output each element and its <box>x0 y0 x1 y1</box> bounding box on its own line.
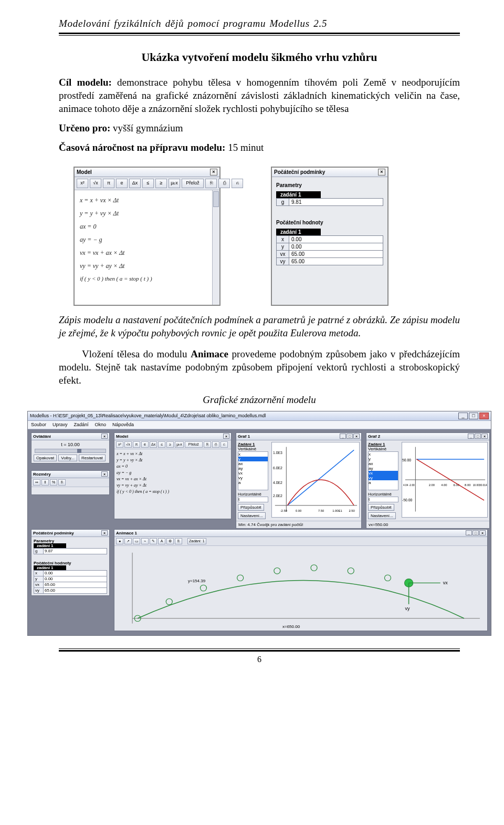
close-icon[interactable]: × <box>101 530 108 535</box>
cond-tab-1[interactable]: zadání 1 <box>276 191 321 198</box>
tool-btn[interactable]: ⌁ <box>141 538 149 544</box>
list-item[interactable]: vx <box>238 471 268 476</box>
btn-fit[interactable]: Přizpůsobit <box>368 504 394 511</box>
minimize-icon[interactable]: _ <box>458 412 468 419</box>
list-item[interactable]: y <box>238 457 268 461</box>
btn-repeat[interactable]: Opakovat <box>34 455 57 461</box>
tool-ge[interactable]: ≥ <box>155 179 167 188</box>
tool-translate[interactable]: Přelož <box>185 441 203 448</box>
list-item[interactable]: ax <box>238 461 268 466</box>
graf2-varlist[interactable]: x y ax ay vx vy a <box>368 451 398 490</box>
minimize-icon[interactable]: _ <box>468 434 474 439</box>
window-cond-titlebar[interactable]: Počáteční podmínky × <box>272 168 387 177</box>
tool-btn[interactable]: ≤ <box>158 441 165 448</box>
btn-settings[interactable]: Nastavení... <box>238 512 266 519</box>
tool-e[interactable]: e <box>116 179 128 188</box>
tool-btn[interactable]: ↗ <box>124 538 132 544</box>
tool-btn[interactable]: ≥ <box>166 441 174 448</box>
list-item[interactable]: ay <box>238 466 268 471</box>
maximize-icon[interactable]: □ <box>469 412 478 419</box>
param-value[interactable]: 9.81 <box>289 199 383 206</box>
tool-btn[interactable]: e <box>141 441 149 448</box>
maximize-icon[interactable]: □ <box>346 434 353 439</box>
time-slider[interactable] <box>35 449 106 453</box>
cond-tab-2[interactable]: zadání 1 <box>276 229 321 235</box>
close-icon[interactable]: × <box>479 530 486 535</box>
list-item[interactable]: vy <box>369 476 398 480</box>
tool-btn[interactable]: ⎙ <box>212 441 219 448</box>
app-titlebar[interactable]: Modellus - H:\ESF_projekt_05_13\Realisac… <box>28 411 491 421</box>
label-goal: Cíl modelu: <box>59 77 117 88</box>
menu-item[interactable]: Nápověda <box>112 422 134 427</box>
tool-btn[interactable]: x² <box>116 441 123 448</box>
tool-btn[interactable]: ⎘ <box>204 441 211 448</box>
maximize-icon[interactable]: □ <box>472 530 479 535</box>
tool-erase[interactable]: ⎌ <box>232 179 243 188</box>
btn-fit[interactable]: Přizpůsobit <box>238 504 264 511</box>
tool-h[interactable]: ⇔ <box>33 479 40 486</box>
tool-btn[interactable]: π <box>133 441 140 448</box>
animace-canvas[interactable]: vx vy y=154.39 x=650.00 <box>114 546 487 630</box>
tool-delta[interactable]: Δx <box>129 179 141 188</box>
scrollbar[interactable] <box>212 190 219 305</box>
btn-options[interactable]: Volby... <box>58 455 77 461</box>
close-icon[interactable]: × <box>101 434 108 439</box>
menu-item[interactable]: Upravy <box>52 422 68 427</box>
menu-item[interactable]: Soubor <box>31 422 46 427</box>
graf1-hvar[interactable]: t <box>238 497 268 502</box>
list-item[interactable]: x <box>238 452 268 457</box>
tool-btn[interactable]: A <box>158 538 165 544</box>
footer-rule <box>59 648 460 652</box>
list-item[interactable]: y <box>369 457 398 461</box>
close-icon[interactable]: × <box>101 471 108 477</box>
tool-paste[interactable]: ⎙ <box>218 179 230 188</box>
tool-btn[interactable]: ⚙ <box>166 538 174 544</box>
tool-pi[interactable]: π <box>103 179 114 188</box>
tool-btn[interactable]: √x <box>124 441 132 448</box>
menu-item[interactable]: Zadání <box>74 422 89 427</box>
tool-copy[interactable]: ⎘ <box>205 179 217 188</box>
minimize-icon[interactable]: _ <box>466 530 472 535</box>
list-item[interactable]: vy <box>238 476 268 480</box>
close-icon[interactable]: × <box>378 169 385 176</box>
tool-btn[interactable]: ✎ <box>150 538 157 544</box>
svg-point-28 <box>200 585 206 591</box>
tool-v[interactable]: ⇕ <box>41 479 49 486</box>
list-item[interactable]: vx <box>369 471 398 476</box>
tool-le[interactable]: ≤ <box>142 179 154 188</box>
tool-btn[interactable]: ● <box>116 538 123 544</box>
minimize-icon[interactable]: _ <box>340 434 346 439</box>
btn-restart[interactable]: Restartovat <box>79 455 106 461</box>
graf1-varlist[interactable]: x y ax ay vx vy a <box>238 451 268 490</box>
initcond-tab[interactable]: zadání 1 <box>34 543 66 548</box>
list-item[interactable]: ay <box>369 466 398 471</box>
initcond-tab2[interactable]: zadání 1 <box>34 565 66 570</box>
tool-copy[interactable]: ⎘ <box>58 479 66 486</box>
window-model-titlebar[interactable]: Model × <box>75 168 219 177</box>
close-icon[interactable]: × <box>223 434 229 439</box>
graf2-hvar[interactable]: t <box>368 497 398 502</box>
tool-pct[interactable]: % <box>50 479 57 486</box>
paragraph-caption-1: Zápis modelu a nastavení počátečních pod… <box>59 313 460 339</box>
tool-btn[interactable]: ▭ <box>133 538 140 544</box>
tool-mu0[interactable]: μ₀x <box>169 179 180 188</box>
tool-btn[interactable]: μ₀x <box>175 441 184 448</box>
list-item[interactable]: x <box>369 452 398 457</box>
tool-btn[interactable]: ⎌ <box>220 441 228 448</box>
list-item[interactable]: ax <box>369 461 398 466</box>
tool-square[interactable]: x² <box>77 179 88 188</box>
tool-sqrt[interactable]: √x <box>90 179 101 188</box>
eq: ax = 0 <box>117 463 229 470</box>
menu-item[interactable]: Okno <box>95 422 107 427</box>
close-icon[interactable]: × <box>481 434 488 439</box>
tool-translate[interactable]: Přelož <box>182 179 204 188</box>
tool-btn[interactable]: Δx <box>150 441 157 448</box>
close-icon[interactable]: × <box>353 434 360 439</box>
btn-settings[interactable]: Nastavení... <box>368 512 396 519</box>
close-icon[interactable]: × <box>210 169 217 176</box>
list-item[interactable]: a <box>369 480 398 485</box>
maximize-icon[interactable]: □ <box>475 434 481 439</box>
tool-btn[interactable]: ⎘ <box>175 538 182 544</box>
list-item[interactable]: a <box>238 480 268 485</box>
close-icon[interactable]: × <box>479 412 489 419</box>
